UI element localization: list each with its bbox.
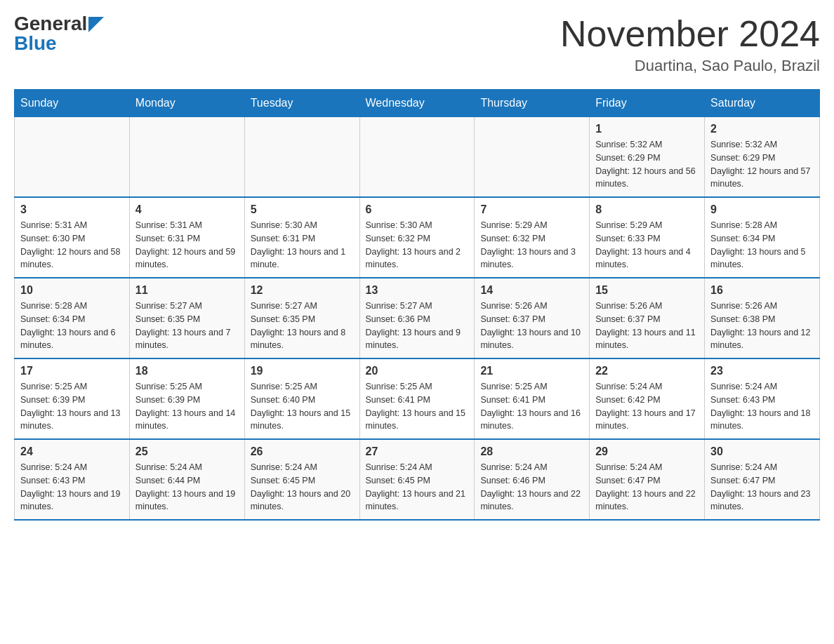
day-info: Sunrise: 5:25 AM Sunset: 6:39 PM Dayligh… xyxy=(20,380,124,433)
day-info: Sunrise: 5:26 AM Sunset: 6:37 PM Dayligh… xyxy=(595,300,699,352)
day-info: Sunrise: 5:24 AM Sunset: 6:45 PM Dayligh… xyxy=(251,461,354,514)
day-number: 11 xyxy=(135,284,239,297)
header-tuesday: Tuesday xyxy=(244,90,359,117)
calendar-cell: 16Sunrise: 5:26 AM Sunset: 6:38 PM Dayli… xyxy=(705,278,820,358)
calendar-cell: 6Sunrise: 5:30 AM Sunset: 6:32 PM Daylig… xyxy=(359,197,475,278)
day-info: Sunrise: 5:26 AM Sunset: 6:37 PM Dayligh… xyxy=(480,300,583,352)
calendar-cell xyxy=(475,117,590,198)
calendar-week-row: 1Sunrise: 5:32 AM Sunset: 6:29 PM Daylig… xyxy=(15,117,820,198)
day-number: 7 xyxy=(480,203,583,216)
day-number: 19 xyxy=(251,365,354,377)
calendar-cell: 17Sunrise: 5:25 AM Sunset: 6:39 PM Dayli… xyxy=(15,358,130,439)
day-number: 6 xyxy=(366,203,469,216)
day-info: Sunrise: 5:28 AM Sunset: 6:34 PM Dayligh… xyxy=(20,300,124,352)
calendar-cell: 29Sunrise: 5:24 AM Sunset: 6:47 PM Dayli… xyxy=(590,439,705,520)
day-info: Sunrise: 5:29 AM Sunset: 6:33 PM Dayligh… xyxy=(595,219,699,271)
day-info: Sunrise: 5:25 AM Sunset: 6:41 PM Dayligh… xyxy=(366,380,469,433)
day-number: 26 xyxy=(251,445,354,458)
calendar-table: SundayMondayTuesdayWednesdayThursdayFrid… xyxy=(14,89,820,521)
calendar-cell: 4Sunrise: 5:31 AM Sunset: 6:31 PM Daylig… xyxy=(129,197,244,278)
day-info: Sunrise: 5:25 AM Sunset: 6:41 PM Dayligh… xyxy=(480,380,583,433)
day-info: Sunrise: 5:28 AM Sunset: 6:34 PM Dayligh… xyxy=(710,219,814,271)
day-info: Sunrise: 5:26 AM Sunset: 6:38 PM Dayligh… xyxy=(710,300,814,352)
day-number: 24 xyxy=(20,445,124,458)
header-sunday: Sunday xyxy=(15,90,130,117)
day-number: 28 xyxy=(480,445,583,458)
day-info: Sunrise: 5:32 AM Sunset: 6:29 PM Dayligh… xyxy=(595,138,699,191)
calendar-cell: 22Sunrise: 5:24 AM Sunset: 6:42 PM Dayli… xyxy=(590,358,705,439)
title-block: November 2024 Duartina, Sao Paulo, Brazi… xyxy=(560,14,820,75)
calendar-cell: 14Sunrise: 5:26 AM Sunset: 6:37 PM Dayli… xyxy=(475,278,590,358)
svg-marker-0 xyxy=(88,17,104,32)
calendar-header-row: SundayMondayTuesdayWednesdayThursdayFrid… xyxy=(15,90,820,117)
calendar-week-row: 10Sunrise: 5:28 AM Sunset: 6:34 PM Dayli… xyxy=(15,278,820,358)
day-number: 5 xyxy=(251,203,354,216)
calendar-cell: 21Sunrise: 5:25 AM Sunset: 6:41 PM Dayli… xyxy=(475,358,590,439)
calendar-cell xyxy=(15,117,130,198)
calendar-cell: 13Sunrise: 5:27 AM Sunset: 6:36 PM Dayli… xyxy=(359,278,475,358)
day-number: 13 xyxy=(366,284,469,297)
calendar-cell: 15Sunrise: 5:26 AM Sunset: 6:37 PM Dayli… xyxy=(590,278,705,358)
logo-triangle-icon xyxy=(88,17,104,32)
header-saturday: Saturday xyxy=(705,90,820,117)
day-info: Sunrise: 5:24 AM Sunset: 6:45 PM Dayligh… xyxy=(366,461,469,514)
calendar-cell: 19Sunrise: 5:25 AM Sunset: 6:40 PM Dayli… xyxy=(244,358,359,439)
calendar-cell: 3Sunrise: 5:31 AM Sunset: 6:30 PM Daylig… xyxy=(15,197,130,278)
calendar-cell: 12Sunrise: 5:27 AM Sunset: 6:35 PM Dayli… xyxy=(244,278,359,358)
calendar-cell: 20Sunrise: 5:25 AM Sunset: 6:41 PM Dayli… xyxy=(359,358,475,439)
calendar-cell: 30Sunrise: 5:24 AM Sunset: 6:47 PM Dayli… xyxy=(705,439,820,520)
header-monday: Monday xyxy=(129,90,244,117)
calendar-cell: 27Sunrise: 5:24 AM Sunset: 6:45 PM Dayli… xyxy=(359,439,475,520)
day-number: 20 xyxy=(366,365,469,377)
day-info: Sunrise: 5:31 AM Sunset: 6:31 PM Dayligh… xyxy=(135,219,239,271)
header-wednesday: Wednesday xyxy=(359,90,475,117)
day-info: Sunrise: 5:27 AM Sunset: 6:35 PM Dayligh… xyxy=(251,300,354,352)
calendar-cell: 8Sunrise: 5:29 AM Sunset: 6:33 PM Daylig… xyxy=(590,197,705,278)
calendar-cell: 1Sunrise: 5:32 AM Sunset: 6:29 PM Daylig… xyxy=(590,117,705,198)
day-info: Sunrise: 5:32 AM Sunset: 6:29 PM Dayligh… xyxy=(710,138,814,191)
day-info: Sunrise: 5:24 AM Sunset: 6:47 PM Dayligh… xyxy=(595,461,699,514)
day-number: 18 xyxy=(135,365,239,377)
day-info: Sunrise: 5:24 AM Sunset: 6:43 PM Dayligh… xyxy=(710,380,814,433)
day-number: 2 xyxy=(710,123,814,135)
day-info: Sunrise: 5:24 AM Sunset: 6:47 PM Dayligh… xyxy=(710,461,814,514)
calendar-cell: 10Sunrise: 5:28 AM Sunset: 6:34 PM Dayli… xyxy=(15,278,130,358)
day-number: 30 xyxy=(710,445,814,458)
day-number: 17 xyxy=(20,365,124,377)
day-number: 14 xyxy=(480,284,583,297)
calendar-week-row: 24Sunrise: 5:24 AM Sunset: 6:43 PM Dayli… xyxy=(15,439,820,520)
calendar-cell: 9Sunrise: 5:28 AM Sunset: 6:34 PM Daylig… xyxy=(705,197,820,278)
day-number: 1 xyxy=(595,123,699,135)
day-info: Sunrise: 5:30 AM Sunset: 6:31 PM Dayligh… xyxy=(251,219,354,271)
day-number: 3 xyxy=(20,203,124,216)
page-header: General Blue November 2024 Duartina, Sao… xyxy=(14,14,820,75)
logo-general: General xyxy=(14,14,87,34)
calendar-cell: 18Sunrise: 5:25 AM Sunset: 6:39 PM Dayli… xyxy=(129,358,244,439)
day-info: Sunrise: 5:24 AM Sunset: 6:46 PM Dayligh… xyxy=(480,461,583,514)
day-info: Sunrise: 5:24 AM Sunset: 6:42 PM Dayligh… xyxy=(595,380,699,433)
calendar-cell xyxy=(244,117,359,198)
day-info: Sunrise: 5:27 AM Sunset: 6:35 PM Dayligh… xyxy=(135,300,239,352)
day-info: Sunrise: 5:31 AM Sunset: 6:30 PM Dayligh… xyxy=(20,219,124,271)
calendar-week-row: 3Sunrise: 5:31 AM Sunset: 6:30 PM Daylig… xyxy=(15,197,820,278)
day-number: 8 xyxy=(595,203,699,216)
day-number: 4 xyxy=(135,203,239,216)
day-info: Sunrise: 5:29 AM Sunset: 6:32 PM Dayligh… xyxy=(480,219,583,271)
day-number: 22 xyxy=(595,365,699,377)
header-friday: Friday xyxy=(590,90,705,117)
day-number: 29 xyxy=(595,445,699,458)
calendar-cell xyxy=(359,117,475,198)
calendar-cell: 26Sunrise: 5:24 AM Sunset: 6:45 PM Dayli… xyxy=(244,439,359,520)
logo: General Blue xyxy=(14,14,104,53)
calendar-cell xyxy=(129,117,244,198)
calendar-cell: 25Sunrise: 5:24 AM Sunset: 6:44 PM Dayli… xyxy=(129,439,244,520)
day-info: Sunrise: 5:27 AM Sunset: 6:36 PM Dayligh… xyxy=(366,300,469,352)
day-number: 27 xyxy=(366,445,469,458)
day-number: 12 xyxy=(251,284,354,297)
day-number: 16 xyxy=(710,284,814,297)
day-number: 9 xyxy=(710,203,814,216)
day-number: 15 xyxy=(595,284,699,297)
day-number: 25 xyxy=(135,445,239,458)
day-info: Sunrise: 5:25 AM Sunset: 6:39 PM Dayligh… xyxy=(135,380,239,433)
day-info: Sunrise: 5:25 AM Sunset: 6:40 PM Dayligh… xyxy=(251,380,354,433)
